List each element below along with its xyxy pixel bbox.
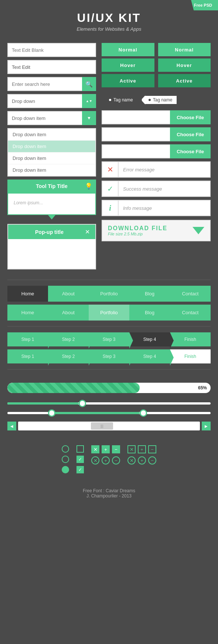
nav-bar-1: Home About Portfolio Blog Contact	[7, 286, 211, 302]
error-message-text: Error message	[119, 167, 159, 172]
tag-filled[interactable]: Tag name	[102, 95, 137, 105]
left-column: 🔍 Drop down ▲▼ Drop down item ▼	[7, 43, 96, 274]
controls-section: ✓ ✓ ✕ + − ✕ + − ✕ + − ✕ + −	[0, 442, 218, 481]
radio-2	[62, 456, 69, 463]
plus-icon-btn-4[interactable]: +	[138, 456, 146, 464]
step-3[interactable]: Step 3	[89, 332, 129, 346]
active-button-2[interactable]: Active	[158, 74, 211, 87]
nav2-item-contact[interactable]: Contact	[170, 305, 211, 321]
minus-icon-btn-2[interactable]: −	[112, 456, 120, 464]
dropdown-list: Drop down item Drop down item Drop down …	[7, 128, 96, 177]
success-icon: ✓	[102, 181, 119, 197]
slider-1-thumb[interactable]	[79, 400, 86, 407]
download-info: DOWNLOAD FILE File size 2.5 Mb.zip	[108, 225, 167, 236]
steps-bar-1: Step 1 Step 2 Step 3 Step 4 Finish	[7, 332, 211, 346]
tag-outline[interactable]: Tag name	[141, 95, 178, 105]
plus-icon-btn-2[interactable]: +	[102, 456, 110, 464]
list-item[interactable]: Drop down item	[8, 129, 95, 141]
download-box[interactable]: DOWNLOAD FILE File size 2.5 Mb.zip	[102, 220, 211, 241]
dropdown-arrows-select[interactable]: Drop down	[7, 94, 96, 108]
step-finish[interactable]: Finish	[170, 332, 211, 346]
search-icon: 🔍	[85, 81, 93, 88]
normal-button-1[interactable]: Normal	[102, 43, 154, 56]
plus-icon-btn-3[interactable]: +	[138, 445, 146, 453]
tag-outline-label: Tag name	[153, 97, 173, 103]
slider-1-track	[7, 402, 211, 405]
normal-button-2[interactable]: Normal	[158, 43, 211, 56]
minus-icon-btn-3[interactable]: −	[148, 445, 156, 453]
scroll-thumb[interactable]: |||	[91, 422, 113, 430]
divider-3	[7, 369, 211, 370]
scroll-left-button[interactable]: ◀	[7, 422, 16, 430]
step-4[interactable]: Step 4	[129, 332, 170, 346]
nav2-item-home[interactable]: Home	[7, 305, 48, 321]
nav2-item-blog[interactable]: Blog	[129, 305, 170, 321]
choose-file-button-3[interactable]: Choose File	[170, 144, 211, 158]
steps-bar-2: Step 1 Step 2 Step 3 Step 4 Finish	[7, 349, 211, 363]
file-field-1	[102, 110, 170, 124]
success-message-text: Success message	[119, 186, 167, 192]
tooltip-arrow	[48, 215, 55, 219]
tags-row: Tag name Tag name	[102, 95, 211, 105]
active-button-1[interactable]: Active	[102, 74, 154, 87]
nav2-item-portfolio[interactable]: Portfolio	[89, 305, 129, 321]
button-col-1: Normal Hover Active	[102, 43, 154, 90]
slider-1	[7, 400, 211, 406]
download-arrow-icon	[193, 227, 204, 234]
progress-label: 65%	[198, 385, 207, 390]
tag-label: Tag name	[113, 97, 133, 103]
search-button[interactable]: 🔍	[82, 77, 96, 91]
step2-1[interactable]: Step 1	[7, 349, 48, 363]
info-message-row: i Info message	[102, 200, 211, 216]
step2-2[interactable]: Step 2	[48, 349, 89, 363]
list-item-active[interactable]: Drop down item	[8, 141, 95, 152]
nav-item-blog[interactable]: Blog	[129, 286, 170, 302]
checkbox-on-3[interactable]: ✓	[76, 466, 84, 473]
hover-button-1[interactable]: Hover	[102, 58, 154, 72]
radio-on-3[interactable]	[62, 466, 69, 473]
slider-2-thumb-right[interactable]	[140, 409, 147, 417]
plus-icon-btn-1[interactable]: +	[102, 445, 110, 453]
button-group: Normal Hover Active Normal Hover Active	[102, 43, 211, 90]
nav2-item-about[interactable]: About	[48, 305, 89, 321]
scrollbar: ◀ ||| ▶	[7, 422, 211, 430]
checkbox-on-2[interactable]: ✓	[76, 456, 84, 463]
page-title: UI/UX KIT	[7, 11, 211, 25]
nav-item-contact[interactable]: Contact	[170, 286, 211, 302]
list-item[interactable]: Drop down item	[8, 164, 95, 176]
minus-icon-btn-4[interactable]: −	[148, 456, 156, 464]
step-2[interactable]: Step 2	[48, 332, 89, 346]
popup-box: Pop-up title ✕	[7, 224, 96, 269]
text-edit-blank[interactable]	[7, 43, 96, 57]
x-icon-btn-4[interactable]: ✕	[127, 456, 136, 464]
tag-dot	[109, 99, 111, 101]
nav-item-home[interactable]: Home	[7, 286, 48, 302]
x-icon-btn-1[interactable]: ✕	[91, 445, 99, 453]
icon-row-2: ✕ + −	[91, 456, 120, 464]
minus-icon-btn-1[interactable]: −	[112, 445, 120, 453]
nav-item-about[interactable]: About	[48, 286, 89, 302]
step2-3[interactable]: Step 3	[89, 349, 129, 363]
close-icon[interactable]: ✕	[85, 228, 90, 235]
x-icon-btn-2[interactable]: ✕	[91, 456, 99, 464]
slider-2-thumb-left[interactable]	[48, 409, 55, 417]
info-icon: i	[102, 200, 119, 216]
text-edit-input[interactable]	[7, 60, 96, 74]
step2-4[interactable]: Step 4	[129, 349, 170, 363]
step2-finish[interactable]: Finish	[170, 349, 211, 363]
scroll-right-button[interactable]: ▶	[202, 422, 211, 430]
page-subtitle: Elements for Websites & Apps	[7, 26, 211, 32]
checkbox-2: ✓	[76, 456, 84, 463]
choose-file-button-2[interactable]: Choose File	[170, 127, 211, 141]
step-1[interactable]: Step 1	[7, 332, 48, 346]
progress-fill	[7, 383, 140, 393]
list-item[interactable]: Drop down item	[8, 152, 95, 164]
nav-item-portfolio[interactable]: Portfolio	[89, 286, 129, 302]
checkbox-off-1[interactable]	[76, 445, 84, 453]
choose-file-button-1[interactable]: Choose File	[170, 110, 211, 124]
radio-off-2[interactable]	[62, 456, 69, 463]
hover-button-2[interactable]: Hover	[158, 58, 211, 72]
x-icon-btn-3[interactable]: ✕	[127, 445, 136, 453]
dropdown-simple-select[interactable]: Drop down item	[7, 111, 96, 125]
radio-off-1[interactable]	[62, 445, 69, 453]
